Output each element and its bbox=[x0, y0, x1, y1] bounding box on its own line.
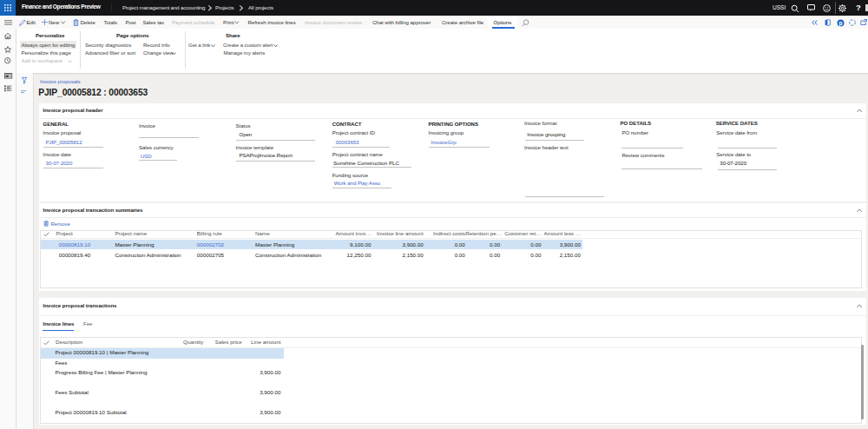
svg-text:p: p bbox=[838, 19, 842, 26]
